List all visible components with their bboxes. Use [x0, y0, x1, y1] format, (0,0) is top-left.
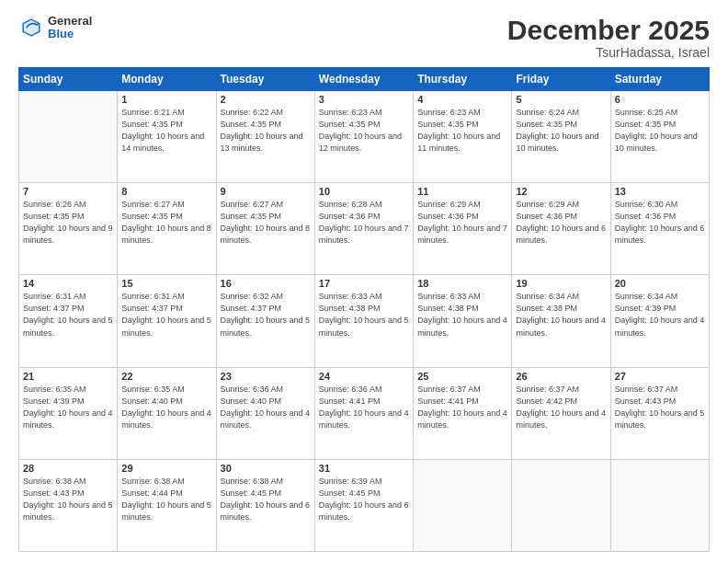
- calendar-cell: [19, 91, 118, 183]
- day-info: Sunrise: 6:32 AMSunset: 4:37 PMDaylight:…: [221, 291, 311, 339]
- day-info: Sunrise: 6:34 AMSunset: 4:38 PMDaylight:…: [516, 291, 606, 339]
- day-info: Sunrise: 6:39 AMSunset: 4:45 PMDaylight:…: [319, 476, 409, 523]
- logo-text: General Blue: [48, 15, 92, 41]
- day-info: Sunrise: 6:22 AMSunset: 4:35 PMDaylight:…: [221, 107, 311, 155]
- day-number: 9: [221, 186, 311, 197]
- day-number: 2: [221, 94, 311, 105]
- day-info: Sunrise: 6:33 AMSunset: 4:38 PMDaylight:…: [319, 291, 409, 339]
- day-info: Sunrise: 6:27 AMSunset: 4:35 PMDaylight:…: [221, 199, 311, 247]
- calendar-cell: 14Sunrise: 6:31 AMSunset: 4:37 PMDayligh…: [19, 275, 118, 367]
- day-number: 15: [121, 278, 211, 289]
- day-number: 27: [615, 371, 705, 382]
- calendar-cell: 18Sunrise: 6:33 AMSunset: 4:38 PMDayligh…: [414, 275, 512, 367]
- calendar-cell: 23Sunrise: 6:36 AMSunset: 4:40 PMDayligh…: [216, 367, 314, 459]
- calendar-cell: [512, 459, 610, 551]
- logo: General Blue: [18, 15, 92, 41]
- calendar-cell: 28Sunrise: 6:38 AMSunset: 4:43 PMDayligh…: [19, 459, 118, 551]
- weekday-header-wednesday: Wednesday: [314, 68, 413, 91]
- calendar-cell: 19Sunrise: 6:34 AMSunset: 4:38 PMDayligh…: [512, 275, 610, 367]
- day-number: 30: [221, 463, 311, 474]
- day-number: 19: [516, 278, 606, 289]
- day-number: 7: [23, 186, 113, 197]
- day-info: Sunrise: 6:38 AMSunset: 4:45 PMDaylight:…: [221, 476, 311, 523]
- month-title: December 2025: [507, 15, 710, 45]
- svg-marker-0: [22, 18, 41, 38]
- calendar-cell: 20Sunrise: 6:34 AMSunset: 4:39 PMDayligh…: [610, 275, 709, 367]
- day-info: Sunrise: 6:23 AMSunset: 4:35 PMDaylight:…: [417, 107, 507, 155]
- header: General Blue December 2025 TsurHadassa, …: [18, 15, 710, 60]
- weekday-header-tuesday: Tuesday: [216, 68, 314, 91]
- calendar-week-row: 1Sunrise: 6:21 AMSunset: 4:35 PMDaylight…: [19, 91, 710, 183]
- day-number: 5: [516, 94, 606, 105]
- day-info: Sunrise: 6:36 AMSunset: 4:40 PMDaylight:…: [221, 384, 311, 431]
- calendar-week-row: 21Sunrise: 6:35 AMSunset: 4:39 PMDayligh…: [19, 367, 710, 459]
- day-number: 28: [23, 463, 113, 474]
- day-info: Sunrise: 6:35 AMSunset: 4:40 PMDaylight:…: [121, 384, 211, 431]
- calendar-cell: 31Sunrise: 6:39 AMSunset: 4:45 PMDayligh…: [314, 459, 413, 551]
- calendar-cell: 29Sunrise: 6:38 AMSunset: 4:44 PMDayligh…: [118, 459, 216, 551]
- calendar-cell: 1Sunrise: 6:21 AMSunset: 4:35 PMDaylight…: [118, 91, 216, 183]
- day-number: 21: [23, 371, 113, 382]
- logo-general-text: General: [48, 15, 92, 28]
- day-number: 6: [615, 94, 705, 105]
- calendar-cell: 26Sunrise: 6:37 AMSunset: 4:42 PMDayligh…: [512, 367, 610, 459]
- calendar: SundayMondayTuesdayWednesdayThursdayFrid…: [18, 67, 710, 552]
- calendar-cell: [610, 459, 709, 551]
- day-number: 25: [417, 371, 507, 382]
- calendar-cell: 5Sunrise: 6:24 AMSunset: 4:35 PMDaylight…: [512, 91, 610, 183]
- day-info: Sunrise: 6:29 AMSunset: 4:36 PMDaylight:…: [417, 199, 507, 247]
- day-number: 23: [221, 371, 311, 382]
- location: TsurHadassa, Israel: [507, 45, 710, 60]
- day-number: 10: [319, 186, 409, 197]
- weekday-header-row: SundayMondayTuesdayWednesdayThursdayFrid…: [19, 68, 710, 91]
- day-number: 31: [319, 463, 409, 474]
- day-info: Sunrise: 6:28 AMSunset: 4:36 PMDaylight:…: [319, 199, 409, 247]
- calendar-cell: [414, 459, 512, 551]
- day-number: 12: [516, 186, 606, 197]
- day-info: Sunrise: 6:31 AMSunset: 4:37 PMDaylight:…: [23, 291, 113, 339]
- calendar-cell: 4Sunrise: 6:23 AMSunset: 4:35 PMDaylight…: [414, 91, 512, 183]
- day-number: 8: [121, 186, 211, 197]
- day-info: Sunrise: 6:37 AMSunset: 4:43 PMDaylight:…: [615, 384, 705, 431]
- calendar-cell: 7Sunrise: 6:26 AMSunset: 4:35 PMDaylight…: [19, 183, 118, 275]
- day-number: 17: [319, 278, 409, 289]
- day-info: Sunrise: 6:34 AMSunset: 4:39 PMDaylight:…: [615, 291, 705, 339]
- day-number: 24: [319, 371, 409, 382]
- calendar-cell: 24Sunrise: 6:36 AMSunset: 4:41 PMDayligh…: [314, 367, 413, 459]
- calendar-cell: 10Sunrise: 6:28 AMSunset: 4:36 PMDayligh…: [314, 183, 413, 275]
- day-number: 20: [615, 278, 705, 289]
- calendar-cell: 12Sunrise: 6:29 AMSunset: 4:36 PMDayligh…: [512, 183, 610, 275]
- day-info: Sunrise: 6:27 AMSunset: 4:35 PMDaylight:…: [121, 199, 211, 247]
- day-info: Sunrise: 6:35 AMSunset: 4:39 PMDaylight:…: [23, 384, 113, 431]
- day-info: Sunrise: 6:38 AMSunset: 4:43 PMDaylight:…: [23, 476, 113, 523]
- calendar-cell: 22Sunrise: 6:35 AMSunset: 4:40 PMDayligh…: [118, 367, 216, 459]
- day-info: Sunrise: 6:36 AMSunset: 4:41 PMDaylight:…: [319, 384, 409, 431]
- day-info: Sunrise: 6:30 AMSunset: 4:36 PMDaylight:…: [615, 199, 705, 247]
- title-block: December 2025 TsurHadassa, Israel: [507, 15, 710, 60]
- day-number: 11: [417, 186, 507, 197]
- calendar-cell: 2Sunrise: 6:22 AMSunset: 4:35 PMDaylight…: [216, 91, 314, 183]
- calendar-week-row: 7Sunrise: 6:26 AMSunset: 4:35 PMDaylight…: [19, 183, 710, 275]
- day-number: 3: [319, 94, 409, 105]
- day-number: 14: [23, 278, 113, 289]
- calendar-cell: 17Sunrise: 6:33 AMSunset: 4:38 PMDayligh…: [314, 275, 413, 367]
- day-number: 26: [516, 371, 606, 382]
- weekday-header-monday: Monday: [118, 68, 216, 91]
- page: General Blue December 2025 TsurHadassa, …: [0, 0, 728, 563]
- calendar-week-row: 28Sunrise: 6:38 AMSunset: 4:43 PMDayligh…: [19, 459, 710, 551]
- logo-blue-text: Blue: [48, 28, 92, 40]
- day-number: 16: [221, 278, 311, 289]
- calendar-cell: 11Sunrise: 6:29 AMSunset: 4:36 PMDayligh…: [414, 183, 512, 275]
- calendar-cell: 30Sunrise: 6:38 AMSunset: 4:45 PMDayligh…: [216, 459, 314, 551]
- calendar-cell: 27Sunrise: 6:37 AMSunset: 4:43 PMDayligh…: [610, 367, 709, 459]
- calendar-cell: 8Sunrise: 6:27 AMSunset: 4:35 PMDaylight…: [118, 183, 216, 275]
- day-number: 1: [121, 94, 211, 105]
- weekday-header-sunday: Sunday: [19, 68, 118, 91]
- day-info: Sunrise: 6:25 AMSunset: 4:35 PMDaylight:…: [615, 107, 705, 155]
- day-info: Sunrise: 6:31 AMSunset: 4:37 PMDaylight:…: [121, 291, 211, 339]
- calendar-cell: 13Sunrise: 6:30 AMSunset: 4:36 PMDayligh…: [610, 183, 709, 275]
- calendar-cell: 3Sunrise: 6:23 AMSunset: 4:35 PMDaylight…: [314, 91, 413, 183]
- day-number: 29: [121, 463, 211, 474]
- day-number: 22: [121, 371, 211, 382]
- calendar-cell: 9Sunrise: 6:27 AMSunset: 4:35 PMDaylight…: [216, 183, 314, 275]
